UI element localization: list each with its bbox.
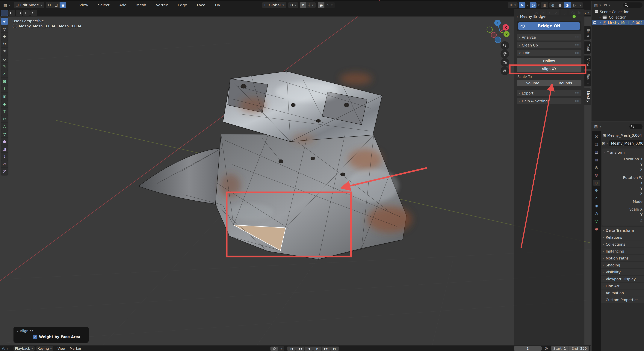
section-line-art[interactable]: ›Line Art xyxy=(601,282,644,289)
properties-tab-tool[interactable]: ⚒ xyxy=(593,134,600,140)
tool-poly-build-button[interactable]: △ xyxy=(1,123,8,130)
xray-toggle[interactable]: ▥ xyxy=(541,2,548,8)
operator-panel-header[interactable]: ∨ Align XY xyxy=(16,329,86,333)
tool-scale-button[interactable]: ◳ xyxy=(1,48,8,55)
outliner-search-field[interactable] xyxy=(623,3,642,8)
pivot-point-dropdown[interactable]: ⟲∨ xyxy=(288,2,298,8)
snap-with-dropdown[interactable]: ┿∨ xyxy=(306,2,316,8)
section-relations[interactable]: ›Relations xyxy=(601,234,644,241)
material-preview-button[interactable]: ◑ xyxy=(564,2,571,8)
pan-button[interactable] xyxy=(500,50,509,58)
export-section-header[interactable]: › Export ∷∷ xyxy=(516,90,582,96)
menu-face[interactable]: Face xyxy=(196,3,206,7)
navigation-gizmo[interactable]: Z X Y xyxy=(483,18,517,44)
sidebar-tab-item[interactable]: Item xyxy=(584,26,591,40)
properties-tab-object-data[interactable]: ▽ xyxy=(593,218,600,224)
properties-editor-type-button[interactable]: ▤∨ xyxy=(594,124,602,130)
sidebar-tab-tool[interactable]: Tool xyxy=(584,42,591,54)
menu-edge[interactable]: Edge xyxy=(177,3,188,7)
tool-spin-button[interactable]: ◔ xyxy=(1,130,8,137)
outliner-display-mode-dropdown[interactable]: ▤∨ xyxy=(594,2,602,8)
section-visibility[interactable]: ›Visibility xyxy=(601,269,644,275)
transform-panel-header[interactable]: ∨ Transform xyxy=(604,150,643,155)
properties-tab-output[interactable]: ▥ xyxy=(593,149,600,155)
proportional-editing-toggle[interactable]: ◉ xyxy=(318,2,324,8)
section-motion-paths[interactable]: ›Motion Paths xyxy=(601,255,644,261)
tool-knife-button[interactable]: ✂ xyxy=(1,115,8,122)
align-xy-button[interactable]: Align XY xyxy=(516,66,582,72)
menu-select[interactable]: Select xyxy=(97,3,110,7)
transform-orientation-dropdown[interactable]: ∟ Global ∨ xyxy=(262,2,286,8)
select-mode-invert-button[interactable] xyxy=(23,10,30,16)
tool-rotate-button[interactable]: ↻ xyxy=(1,40,8,48)
camera-view-button[interactable] xyxy=(500,58,509,67)
sidebar-tab-meshy[interactable]: Meshy xyxy=(584,88,591,105)
object-row-selected[interactable]: | › ▲ Meshy_Mesh_0.004 xyxy=(592,20,644,25)
select-mode-set-button[interactable] xyxy=(1,10,8,16)
tool-cursor-button[interactable]: ◎ xyxy=(1,25,8,33)
properties-tab-view-layer[interactable]: ▦ xyxy=(593,157,600,163)
tool-rip-region-button[interactable]: ◸ xyxy=(1,168,8,175)
vertex-select-mode-button[interactable]: ⊡ xyxy=(46,2,53,8)
sidebar-tab-view[interactable]: View xyxy=(584,56,591,69)
play-button[interactable]: ▶ xyxy=(313,347,322,351)
section-collections[interactable]: ›Collections xyxy=(601,241,644,247)
next-keyframe-button[interactable]: ▶◆ xyxy=(322,347,330,351)
edit-section-header[interactable]: ∨ Edit ∷∷ xyxy=(516,50,582,56)
outliner-filter-dropdown[interactable]: ⧉∨ xyxy=(603,2,611,8)
play-reverse-button[interactable]: ◀ xyxy=(304,347,313,351)
prev-keyframe-button[interactable]: ◆◀ xyxy=(296,347,304,351)
object-name-field[interactable]: Meshy_Mesh_0.004 xyxy=(609,140,643,146)
section-shading[interactable]: ›Shading xyxy=(601,262,644,268)
zoom-button[interactable] xyxy=(500,41,509,50)
perspective-toggle-button[interactable] xyxy=(500,67,509,75)
proportional-falloff-dropdown[interactable]: ∿∨ xyxy=(324,2,335,8)
tool-move-button[interactable]: + xyxy=(1,33,8,40)
tool-add-cube-button[interactable]: ⊞ xyxy=(1,78,8,85)
sidebar-tab-rodin[interactable]: Rodin xyxy=(584,71,591,86)
jump-to-start-button[interactable]: |◀ xyxy=(287,347,296,351)
snap-toggle-button[interactable]: ∩ xyxy=(300,2,306,8)
section-animation[interactable]: ›Animation xyxy=(601,289,644,296)
select-mode-extend-button[interactable] xyxy=(8,10,15,16)
select-mode-subtract-button[interactable] xyxy=(16,10,22,16)
properties-tab-object[interactable]: ▢ xyxy=(593,180,600,186)
editor-type-button[interactable]: ▦∨ xyxy=(2,2,12,8)
tool-select-box-button[interactable]: ➤ xyxy=(1,18,8,25)
keying-menu[interactable]: Keying∨ xyxy=(36,346,54,351)
overlays-toggle[interactable]: ◎ xyxy=(530,2,536,8)
menu-uv[interactable]: UV xyxy=(214,3,221,7)
tool-inset-faces-button[interactable]: ▣ xyxy=(1,93,8,100)
section-delta-transform[interactable]: ›Delta Transform xyxy=(601,227,644,234)
menu-view[interactable]: View xyxy=(79,3,89,7)
weight-by-face-area-checkbox[interactable]: ✓ xyxy=(33,335,37,339)
edge-select-mode-button[interactable]: ◫ xyxy=(53,2,60,8)
properties-tab-particles[interactable]: ∴ xyxy=(593,195,600,201)
frame-start-field[interactable]: Start 1 xyxy=(551,346,568,351)
properties-tab-scene[interactable]: ◴ xyxy=(593,164,600,170)
mode-select-dropdown[interactable]: ⊡ Edit Mode ∨ xyxy=(14,2,44,8)
section-custom-properties[interactable]: ›Custom Properties xyxy=(601,296,644,303)
face-select-mode-button[interactable]: ▣ xyxy=(60,2,66,8)
menu-mesh[interactable]: Mesh xyxy=(136,3,147,7)
playback-menu[interactable]: Playback∨ xyxy=(14,346,35,351)
tool-loop-cut-button[interactable]: ◫ xyxy=(1,108,8,115)
properties-tab-constraints[interactable]: ◎ xyxy=(593,210,600,216)
properties-search-field[interactable] xyxy=(630,124,642,129)
menu-add[interactable]: Add xyxy=(118,3,128,7)
scale-bounds-button[interactable]: Bounds xyxy=(549,80,582,86)
gizmos-toggle[interactable]: ➤ xyxy=(519,2,526,8)
solid-shading-button[interactable]: ● xyxy=(556,2,564,8)
select-mode-intersect-button[interactable] xyxy=(30,10,37,16)
menu-vertex[interactable]: Vertex xyxy=(155,3,168,7)
timeline-view-menu[interactable]: View xyxy=(56,346,67,350)
jump-to-end-button[interactable]: ▶| xyxy=(330,347,339,351)
tool-measure-button[interactable]: ∠ xyxy=(1,70,8,78)
current-frame-field[interactable]: 1 xyxy=(514,346,542,351)
tool-shear-button[interactable]: ▱ xyxy=(1,160,8,167)
properties-tab-modifiers[interactable]: ⚙ xyxy=(593,187,600,193)
tool-bevel-button[interactable]: ◆ xyxy=(1,100,8,107)
analyze-section-header[interactable]: › Analyze ∷∷ xyxy=(516,34,582,41)
properties-tab-world[interactable]: ◍ xyxy=(593,172,600,178)
frame-end-field[interactable]: End 250 xyxy=(568,346,589,351)
